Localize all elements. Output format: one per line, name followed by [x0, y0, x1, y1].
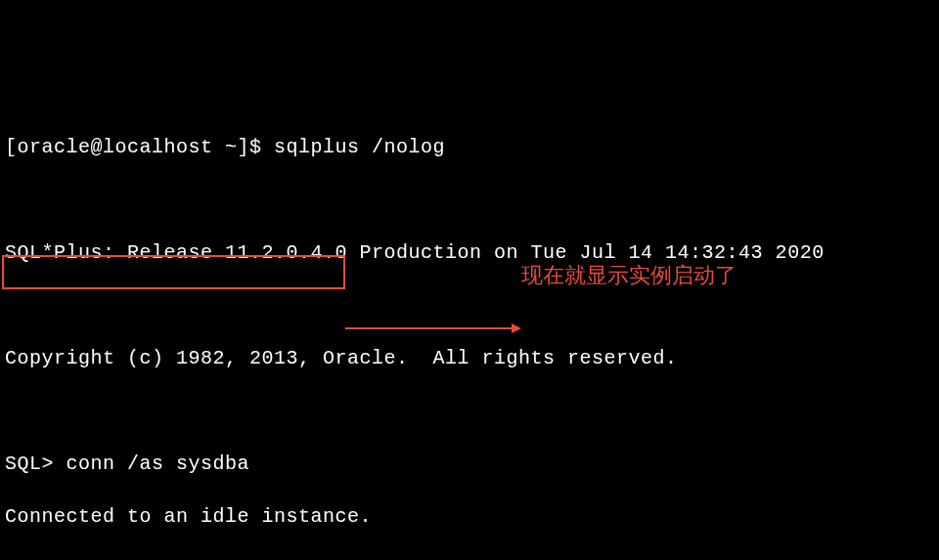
connected-line: Connected to an idle instance.: [5, 503, 934, 530]
sql-startup-line: SQL> startup: [5, 556, 934, 560]
terminal-output[interactable]: [oracle@localhost ~]$ sqlplus /nolog SQL…: [0, 106, 939, 560]
shell-prompt-line: [oracle@localhost ~]$ sqlplus /nolog: [5, 134, 934, 160]
copyright-line: Copyright (c) 1982, 2013, Oracle. All ri…: [5, 345, 934, 371]
blank-line: [5, 187, 934, 213]
sql-conn-line: SQL> conn /as sysdba: [5, 451, 934, 477]
blank-line: [5, 292, 934, 319]
blank-line: [5, 398, 934, 424]
annotation-text: 现在就显示实例启动了: [521, 262, 737, 288]
sqlplus-banner: SQL*Plus: Release 11.2.0.4.0 Production …: [5, 239, 934, 266]
